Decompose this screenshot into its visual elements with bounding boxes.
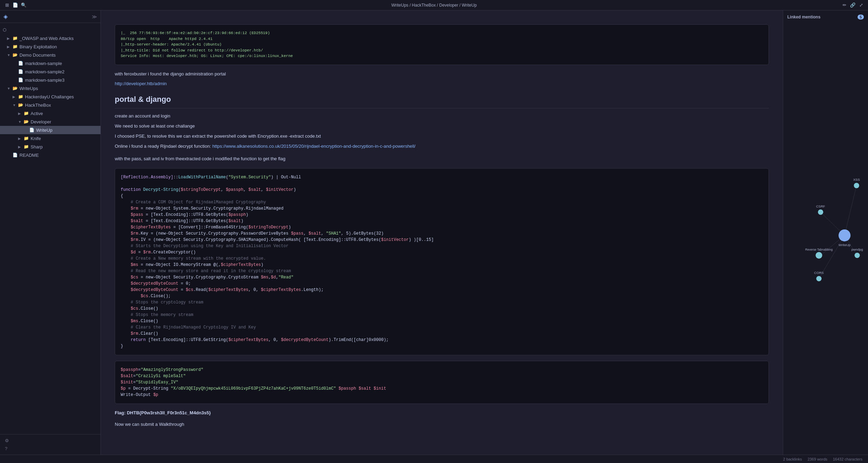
heading-portal-django: portal & django [115, 93, 769, 108]
statusbar: 2 backlinks 2369 words 16432 characters [0, 455, 868, 463]
sidebar-item-readme[interactable]: 📄 README [0, 151, 101, 159]
graph-container: XSS CSRF WriteUp Revers [787, 24, 864, 450]
para-walkthrough: Now we can submit a Walkthrough [115, 421, 769, 428]
folder-icon: 📁 [18, 94, 24, 99]
sidebar-item-explore[interactable]: ⬡ [0, 26, 101, 34]
app-layout: ◈ ≫ ⬡ ▶ 📁 _OWASP and Web Attacks ▶ 📁 Bin… [0, 10, 868, 455]
linked-mentions-badge: 5 [858, 15, 864, 19]
help-button[interactable]: ? [3, 445, 98, 453]
graph-node-cors[interactable]: CORS [814, 271, 824, 281]
folder-open-icon: 📂 [13, 52, 18, 57]
titlebar-left: ⊞ 📄 🔍 [4, 2, 26, 8]
sidebar-item-demo-docs[interactable]: ▼ 📂 Demo Documents [0, 51, 101, 59]
folder-icon: 📁 [24, 111, 29, 116]
svg-point-7 [818, 210, 823, 215]
link-icon[interactable]: 🔗 [850, 2, 855, 8]
link-admin[interactable]: http://developer.htb/admin [115, 80, 769, 88]
chevron-right-icon: ▶ [13, 95, 18, 99]
graph-node-xss[interactable]: XSS [853, 178, 860, 188]
file-icon: 📄 [18, 69, 24, 74]
graph-node-reverse-tabnabbing[interactable]: Reverse Tabnabbing [805, 248, 833, 259]
search-icon[interactable]: 🔍 [21, 2, 26, 8]
folder-icon: 📁 [13, 44, 18, 49]
svg-point-15 [816, 276, 821, 281]
statusbar-words: 2369 words [807, 457, 827, 461]
sidebar-item-knife[interactable]: ▶ 📁 Knife [0, 134, 101, 143]
sidebar-item-writeup[interactable]: 📄 WriteUp [0, 126, 101, 134]
main-content: |_ 256 77:56:93:6e:5f:ea:e2:ad:b0:2e:cf:… [101, 10, 868, 455]
svg-text:CSRF: CSRF [816, 204, 825, 208]
folder-icon: 📁 [24, 136, 29, 141]
svg-line-0 [845, 186, 857, 235]
sidebar-tree: ⬡ ▶ 📁 _OWASP and Web Attacks ▶ 📁 Binary … [0, 23, 101, 434]
para-create-account: create an account and login [115, 113, 769, 120]
sidebar-item-label: Knife [31, 136, 98, 141]
statusbar-chars: 16432 characters [833, 457, 862, 461]
folder-open-icon: 📂 [24, 119, 29, 124]
chevron-right-icon: ▶ [7, 45, 13, 49]
help-icon: ? [5, 446, 7, 451]
sidebar-item-markdown2[interactable]: 📄 markdown-sample2 [0, 67, 101, 76]
explore-icon: ⬡ [3, 27, 8, 32]
chevron-right-icon: ▶ [18, 112, 24, 115]
graph-edges [819, 186, 857, 279]
sidebar-item-label: Active [31, 111, 98, 116]
folder-icon: 📁 [24, 144, 29, 149]
para-rijndael: Online i found a ready Rijndael decrypt … [115, 143, 769, 150]
sidebar-item-label: HackTheBox [25, 103, 98, 108]
sidebar-item-developer[interactable]: ▼ 📂 Developer [0, 117, 101, 126]
sidebar-item-label: README [19, 153, 98, 158]
sidebar-item-hackthebox[interactable]: ▼ 📂 HackTheBox [0, 101, 101, 109]
file-icon: 📄 [18, 78, 24, 82]
svg-text:CORS: CORS [814, 271, 824, 275]
sidebar-item-label: markdown-sample [25, 61, 98, 66]
sidebar-item-label: WriteUp [36, 128, 98, 133]
folder-icon: 📁 [13, 36, 18, 41]
statusbar-backlinks: 2 backlinks [783, 457, 802, 461]
file-icon[interactable]: 📄 [13, 2, 18, 8]
sidebar-item-markdown1[interactable]: 📄 markdown-sample [0, 59, 101, 67]
chevron-down-icon: ▼ [13, 103, 18, 107]
flag-text: Flag: DHTB{P0w3rsh3ll_F0r3n51c_M4dn3s5} [115, 409, 769, 417]
folder-open-icon: 📂 [13, 86, 18, 91]
svg-point-9 [838, 229, 850, 241]
code-block-creds: $passph="AmazinglyStrongPassword" $salt=… [115, 361, 769, 404]
editor-area[interactable]: |_ 256 77:56:93:6e:5f:ea:e2:ad:b0:2e:cf:… [101, 10, 783, 455]
graph-node-writeup[interactable]: WriteUp [838, 229, 850, 247]
linked-mentions-title: Linked mentions [787, 15, 820, 19]
titlebar-right: ✏ 🔗 ⤢ [842, 2, 864, 8]
sidebar-item-label: Sharp [31, 144, 98, 149]
para-pse: I choosed PSE, to resolve this we can ex… [115, 133, 769, 140]
right-panel-header: Linked mentions 5 [787, 15, 864, 19]
sidebar-item-writeups[interactable]: ▼ 📂 WriteUps [0, 84, 101, 92]
sidebar-item-label: markdown-sample3 [25, 78, 98, 83]
edit-icon[interactable]: ✏ [842, 2, 847, 8]
para-solve: We need to solve at least one challange [115, 123, 769, 130]
svg-point-11 [815, 252, 822, 259]
para-feroxbuster: with feroxbuster i found the django admi… [115, 71, 769, 78]
sidebar-collapse-icon[interactable]: ≫ [92, 14, 97, 19]
sidebar-item-active[interactable]: ▶ 📁 Active [0, 109, 101, 117]
sidebar-item-hackerdayu[interactable]: ▶ 📁 HackerdayU Challanges [0, 92, 101, 101]
sidebar-item-label: Demo Documents [19, 52, 98, 58]
file-icon: 📄 [13, 153, 18, 157]
settings-button[interactable]: ⚙ [3, 437, 98, 445]
graph-node-pwndpg[interactable]: pwndpg [851, 247, 863, 258]
para-modified: with the pass, salt and iv from theextra… [115, 155, 769, 163]
graph-node-csrf[interactable]: CSRF [816, 204, 825, 215]
folder-open-icon: 📂 [18, 103, 24, 107]
sidebar-item-markdown3[interactable]: 📄 markdown-sample3 [0, 76, 101, 84]
chevron-down-icon: ▼ [18, 120, 24, 124]
sidebar-item-label: Binary Exploitation [19, 44, 98, 49]
expand-icon[interactable]: ⤢ [858, 2, 864, 8]
chevron-right-icon: ▶ [18, 137, 24, 140]
sidebar-item-binary[interactable]: ▶ 📁 Binary Exploitation [0, 42, 101, 51]
titlebar: ⊞ 📄 🔍 WriteUps / HackTheBox / Developer … [0, 0, 868, 10]
svg-text:Reverse Tabnabbing: Reverse Tabnabbing [805, 248, 833, 251]
sidebar-footer: ⚙ ? [0, 434, 101, 455]
sidebar-logo-icon: ◈ [3, 13, 8, 20]
grid-icon[interactable]: ⊞ [4, 2, 10, 8]
link-rijndael[interactable]: https://www.alkanesolutions.co.uk/2015/0… [212, 144, 416, 149]
sidebar-item-sharp[interactable]: ▶ 📁 Sharp [0, 143, 101, 151]
sidebar-item-owasp[interactable]: ▶ 📁 _OWASP and Web Attacks [0, 34, 101, 42]
